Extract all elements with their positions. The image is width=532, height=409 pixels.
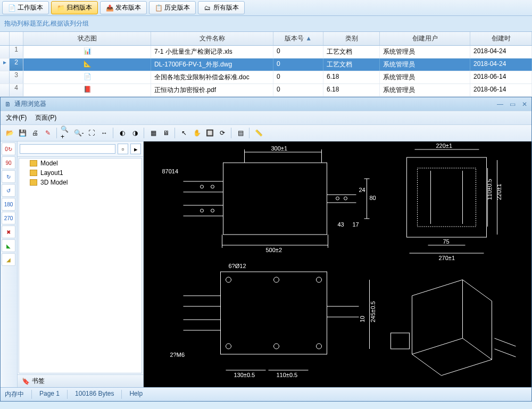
tab-label: 工作版本 xyxy=(18,3,43,12)
rotate-cw-icon[interactable]: ↻ xyxy=(2,170,15,183)
tree-item-model[interactable]: Model xyxy=(19,158,142,168)
tab-publish[interactable]: 📤发布版本 xyxy=(100,1,147,14)
svg-point-7 xyxy=(201,209,204,212)
status-bytes: 100186 Bytes xyxy=(75,390,122,399)
status-cell: 📄 xyxy=(23,71,151,84)
open-icon[interactable]: 📂 xyxy=(4,127,15,139)
rotate-180-icon[interactable]: 180 xyxy=(2,198,15,211)
layers-icon[interactable]: ▦ xyxy=(147,127,159,139)
zoom-window-icon[interactable]: 🔲 xyxy=(204,127,215,139)
close-button[interactable]: ✕ xyxy=(522,101,527,108)
svg-text:270±1: 270±1 xyxy=(439,255,455,261)
row-indicator: ▸ xyxy=(0,59,10,71)
grid-icon[interactable]: ▤ xyxy=(235,127,246,139)
rotate-270-icon[interactable]: 270 xyxy=(2,212,15,224)
pointer-icon[interactable]: ↖ xyxy=(178,127,190,139)
svg-text:130±0.5: 130±0.5 xyxy=(234,372,255,378)
zoom-fit-icon[interactable]: ⛶ xyxy=(86,127,97,139)
invert-icon[interactable]: ◑ xyxy=(129,127,141,139)
redline-icon[interactable]: ✎ xyxy=(42,127,54,139)
sort-indicator-icon: ▲ xyxy=(305,35,312,42)
save-icon[interactable]: 💾 xyxy=(16,127,28,139)
left-toolbar: 0↻ 90 ↻ ↺ 180 270 ✖ ◣ ◢ xyxy=(1,141,18,387)
table-row[interactable]: 1📊7-1 小批量生产检测记录.xls0工艺文档系统管理员2018-04-24 xyxy=(0,46,532,59)
search-go-button[interactable]: ▸ xyxy=(130,144,141,154)
table-row[interactable]: 3📄全国各地竞业限制补偿金标准.doc06.18系统管理员2018-06-14 xyxy=(0,71,532,84)
rotate-ccw-icon[interactable]: ↺ xyxy=(2,184,15,197)
table-row[interactable]: ▸2📐DL-1700F6-PV-1_外形.dwg0工艺文档系统管理员2018-0… xyxy=(0,59,532,71)
user-cell: 系统管理员 xyxy=(380,71,470,84)
user-cell: 系统管理员 xyxy=(380,59,470,71)
col-user[interactable]: 创建用户 xyxy=(380,32,470,45)
all-icon: 🗂 xyxy=(204,4,211,12)
file-type-icon: 📊 xyxy=(84,47,91,55)
row-number: 3 xyxy=(10,71,23,84)
print-icon[interactable]: 🖨 xyxy=(29,127,41,139)
name-cell: 全国各地竞业限制补偿金标准.doc xyxy=(151,71,273,84)
svg-text:10: 10 xyxy=(359,316,365,322)
col-time[interactable]: 创建时 xyxy=(470,32,532,45)
flip-v-icon[interactable]: ◢ xyxy=(2,253,15,266)
tab-history[interactable]: 📋历史版本 xyxy=(149,1,196,14)
col-status[interactable]: 状态图 xyxy=(23,32,151,45)
name-cell: DL-1700F6-PV-1_外形.dwg xyxy=(151,59,273,71)
cad-viewport[interactable]: 300±1 87014 80 24 43 17 500±2 220±1 220±… xyxy=(144,141,531,387)
contrast-icon[interactable]: ◐ xyxy=(117,127,128,139)
bookmark-label: 书签 xyxy=(32,377,45,386)
svg-text:17: 17 xyxy=(353,221,359,228)
col-category[interactable]: 类别 xyxy=(323,32,380,45)
cancel-icon[interactable]: ✖ xyxy=(2,226,15,238)
svg-line-51 xyxy=(495,338,516,346)
viewer-toolbar: 📂 💾 🖨 ✎ 🔍+ 🔍- ⛶ ↔ ◐ ◑ ▦ 🖥 ↖ ✋ 🔲 ⟳ ▤ 📏 xyxy=(1,125,531,141)
viewer-title-text: 通用浏览器 xyxy=(14,99,46,108)
time-cell: 2018-06-14 xyxy=(470,71,532,84)
col-name[interactable]: 文件名称 xyxy=(151,32,273,45)
search-input[interactable] xyxy=(20,144,115,154)
svg-text:300±1: 300±1 xyxy=(271,145,288,152)
layout-icon xyxy=(30,170,37,176)
maximize-button[interactable]: ▭ xyxy=(510,101,516,108)
publish-icon: 📤 xyxy=(106,4,113,12)
svg-text:220±1: 220±1 xyxy=(436,143,453,149)
tree-item-3dmodel[interactable]: 3D Model xyxy=(19,178,142,187)
svg-text:2?M6: 2?M6 xyxy=(170,352,185,358)
svg-rect-23 xyxy=(418,168,476,227)
svg-text:110±0.5: 110±0.5 xyxy=(277,372,298,378)
pan-icon[interactable]: ✋ xyxy=(191,127,203,139)
monitor-icon[interactable]: 🖥 xyxy=(160,127,172,139)
bookmark-tab[interactable]: 🔖书签 xyxy=(18,374,143,387)
refresh-icon[interactable]: ⟳ xyxy=(217,127,228,139)
minimize-button[interactable]: — xyxy=(497,101,503,108)
category-cell: 工艺文档 xyxy=(323,59,380,71)
zoom-width-icon[interactable]: ↔ xyxy=(98,127,110,139)
col-version[interactable]: 版本号 ▲ xyxy=(273,32,323,45)
zoom-in-icon[interactable]: 🔍+ xyxy=(60,127,72,139)
name-cell: 7-1 小批量生产检测记录.xls xyxy=(151,46,273,58)
menu-page[interactable]: 页面(P) xyxy=(35,113,56,122)
svg-point-5 xyxy=(201,185,204,188)
table-row[interactable]: 4📕正恒动力加密报价.pdf06.18系统管理员2018-06-14 xyxy=(0,84,532,97)
tab-archive[interactable]: 📁归档版本 xyxy=(51,1,98,14)
status-bar: 内存中 Page 1 100186 Bytes Help xyxy=(1,387,531,401)
svg-point-12 xyxy=(344,197,347,200)
tree-item-layout1[interactable]: Layout1 xyxy=(19,168,142,178)
status-help[interactable]: Help xyxy=(129,390,150,399)
category-cell: 6.18 xyxy=(323,84,380,96)
category-cell: 6.18 xyxy=(323,71,380,84)
search-clear-button[interactable]: ▫ xyxy=(118,144,128,154)
bookmark-icon: 🔖 xyxy=(22,378,30,385)
flip-h-icon[interactable]: ◣ xyxy=(2,239,15,252)
grid-header: 状态图 文件名称 版本号 ▲ 类别 创建用户 创建时 xyxy=(0,32,532,46)
tree-label: 3D Model xyxy=(40,179,68,186)
zoom-out-icon[interactable]: 🔍- xyxy=(73,127,85,139)
status-cell: 📐 xyxy=(23,59,151,71)
rotate-0-icon[interactable]: 0↻ xyxy=(2,143,15,155)
tab-all[interactable]: 🗂所有版本 xyxy=(198,1,245,14)
rotate-90-icon[interactable]: 90 xyxy=(2,156,15,169)
menu-file[interactable]: 文件(F) xyxy=(6,113,27,122)
tab-work[interactable]: 📄工作版本 xyxy=(2,1,49,14)
measure-icon[interactable]: 📏 xyxy=(253,127,264,139)
svg-text:80: 80 xyxy=(370,195,376,201)
svg-rect-0 xyxy=(223,163,327,235)
time-cell: 2018-06-14 xyxy=(470,84,532,96)
